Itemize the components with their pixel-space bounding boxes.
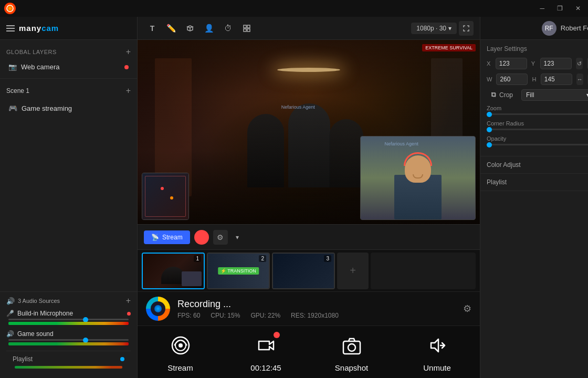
add-global-layer-button[interactable]: +: [126, 47, 131, 57]
unmute-action[interactable]: Unmute: [394, 332, 480, 372]
transform-tool-button[interactable]: [182, 20, 198, 37]
scene-thumb-1[interactable]: 1: [142, 253, 205, 289]
hamburger-menu-icon[interactable]: [6, 25, 15, 32]
svg-point-7: [178, 343, 183, 348]
record-button[interactable]: [194, 230, 209, 245]
svg-point-9: [348, 344, 355, 351]
scene1-title: Scene 1: [6, 87, 29, 94]
logo-cam: cam: [41, 24, 59, 33]
add-scene-thumb-button[interactable]: +: [337, 253, 369, 289]
stream-button[interactable]: 📡 Stream: [144, 230, 190, 244]
corner-radius-slider-section: Corner Radius 0: [487, 120, 588, 130]
add-audio-source-button[interactable]: +: [126, 296, 131, 306]
logo-eye: [154, 305, 162, 312]
user-avatar: RF: [542, 21, 556, 36]
stream-settings-button[interactable]: ⚙: [213, 230, 228, 245]
microphone-source: 🎤 Build-in Microphone: [6, 310, 131, 325]
res-stat: RES: 1920x1080: [291, 312, 339, 319]
settings-gear-icon: ⚙: [217, 233, 224, 242]
main-layout: manycam Global Layers + 📷 Web camera Sce…: [0, 17, 588, 378]
right-panel-header: RF Robert Fox: [480, 17, 588, 40]
fill-value: Fill: [526, 91, 534, 99]
web-camera-layer[interactable]: 📷 Web camera: [6, 60, 131, 74]
svg-rect-4: [247, 29, 250, 32]
recording-settings-button[interactable]: ⚙: [463, 303, 471, 314]
game-sound-slider-thumb[interactable]: [83, 338, 88, 343]
stream-btn-label: Stream: [162, 234, 183, 241]
restore-button[interactable]: ❐: [554, 4, 566, 13]
transform-icon: [186, 25, 194, 32]
gpu-stat: GPU: 22%: [250, 312, 280, 319]
empty-scenes-area: [371, 253, 476, 289]
svg-rect-3: [244, 29, 246, 32]
timer-icon: ⏱: [224, 24, 232, 33]
crop-button[interactable]: Crop: [487, 89, 517, 101]
titlebar: ─ ❐ ✕: [0, 0, 588, 17]
scene1-webcam-thumb: [182, 271, 202, 286]
text-tool-button[interactable]: T: [144, 20, 161, 37]
recording-title: Recording ...: [177, 299, 456, 310]
snapshot-action-icon: [338, 332, 365, 359]
y-input[interactable]: [540, 58, 572, 69]
scene-thumb-2[interactable]: ⚡ TRANSITION 2: [207, 253, 270, 289]
reset-position-button[interactable]: ↺: [576, 58, 583, 69]
svg-rect-1: [244, 25, 246, 28]
left-sidebar: manycam Global Layers + 📷 Web camera Sce…: [0, 17, 138, 378]
transition-icon: ⚡: [220, 268, 226, 274]
mic-row: 🎤 Build-in Microphone: [6, 310, 131, 317]
toolbar: T ✏️ 👤 ⏱: [138, 17, 480, 40]
recording-info-section: Recording ... FPS: 60 CPU: 15% GPU: 22% …: [138, 291, 480, 326]
fullscreen-button[interactable]: [459, 21, 474, 36]
stream-expand-button[interactable]: ▾: [232, 230, 243, 245]
grid-tool-button[interactable]: [238, 20, 255, 37]
minimap: [142, 173, 189, 220]
recording-app-logo: [146, 297, 170, 321]
minimap-walls: [145, 176, 186, 217]
playlist-expandable-section[interactable]: Playlist +: [480, 174, 588, 191]
opacity-label: Opacity: [487, 135, 506, 142]
scene-thumb-3[interactable]: 3: [272, 253, 335, 289]
record-time-label: 00:12:45: [250, 363, 281, 372]
global-layers-section: Global Layers + 📷 Web camera: [0, 40, 137, 79]
playlist-meter: [15, 366, 122, 369]
person-icon: 👤: [204, 24, 214, 33]
playlist-expand-label: Playlist: [487, 178, 507, 186]
titlebar-left: [4, 3, 16, 14]
y-label: Y: [531, 60, 536, 67]
fill-dropdown[interactable]: Fill ▾: [521, 89, 588, 101]
audio-header-left: 🔊 3 Audio Sources: [6, 297, 60, 305]
sidebar-header: manycam: [0, 17, 137, 40]
zoom-thumb[interactable]: [487, 112, 492, 117]
layer-active-dot: [124, 65, 129, 69]
close-button[interactable]: ✕: [572, 4, 584, 13]
person-tool-button[interactable]: 👤: [201, 20, 217, 37]
preview-area: EXTREME SURVIVAL Nefarious Agent Nefario…: [138, 40, 480, 224]
resolution-selector[interactable]: 1080p · 30 ▾: [411, 23, 457, 34]
record-action[interactable]: 00:12:45: [223, 332, 309, 372]
snapshot-action[interactable]: Snapshot: [309, 332, 394, 372]
link-dimensions-button[interactable]: ↔: [576, 74, 583, 85]
x-input[interactable]: [496, 58, 527, 69]
hamburger-line: [6, 30, 15, 32]
opacity-thumb[interactable]: [487, 142, 492, 148]
corner-radius-label-row: Corner Radius 0: [487, 120, 588, 127]
timer-tool-button[interactable]: ⏱: [219, 20, 236, 37]
game-streaming-item[interactable]: 🎮 Game streaming: [6, 101, 131, 116]
stream-action[interactable]: Stream: [138, 332, 223, 372]
color-adjust-label: Color Adjust: [487, 161, 521, 169]
minimize-button[interactable]: ─: [537, 4, 548, 13]
scene1-header: Scene 1 +: [6, 83, 131, 99]
xy-row: X Y ↺ ↻: [487, 58, 588, 69]
h-input[interactable]: [541, 74, 572, 85]
layer-settings-panel: Layer Settings X Y ↺ ↻ W H ↔ ↕: [480, 40, 588, 156]
add-scene-button[interactable]: +: [126, 86, 131, 96]
brush-tool-button[interactable]: ✏️: [163, 20, 180, 37]
color-adjust-section[interactable]: Color Adjust +: [480, 156, 588, 174]
stream-action-icon: [167, 332, 194, 359]
stream-controls-bar: 📡 Stream ⚙ ▾: [138, 224, 480, 249]
playlist-dot: [120, 357, 124, 361]
w-input[interactable]: [496, 74, 528, 85]
playlist-label: Playlist: [13, 355, 33, 363]
corner-radius-thumb[interactable]: [487, 127, 492, 132]
mic-slider-thumb[interactable]: [83, 317, 88, 322]
